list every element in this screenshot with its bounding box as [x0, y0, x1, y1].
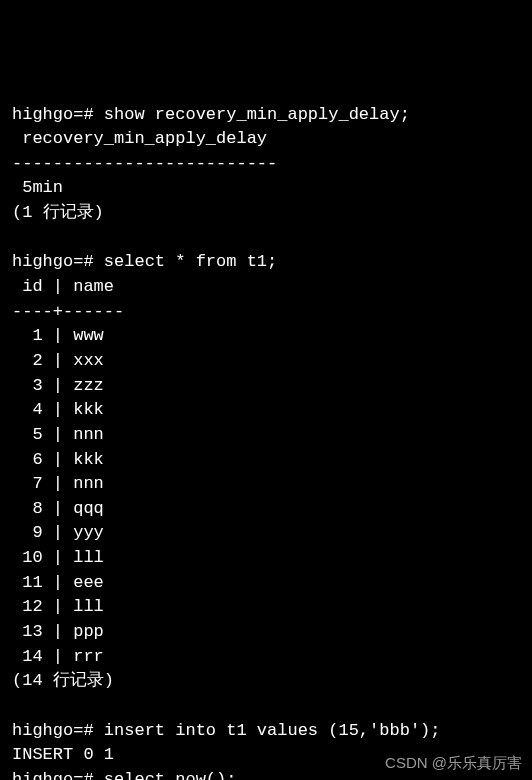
prompt: highgo=# — [12, 770, 94, 780]
result-value-1: 5min — [12, 178, 63, 197]
result-header-1: recovery_min_apply_delay — [12, 129, 267, 148]
table-row: 10 | lll — [12, 548, 104, 567]
table-row: 7 | nnn — [12, 474, 104, 493]
table-row: 1 | www — [12, 326, 104, 345]
table-row: 5 | nnn — [12, 425, 104, 444]
prompt: highgo=# — [12, 721, 94, 740]
table-separator: ----+------ — [12, 302, 124, 321]
result-3: INSERT 0 1 — [12, 745, 114, 764]
terminal-output: highgo=# show recovery_min_apply_delay; … — [2, 103, 530, 780]
prompt: highgo=# — [12, 105, 94, 124]
table-row: 13 | ppp — [12, 622, 104, 641]
prompt: highgo=# — [12, 252, 94, 271]
table-row: 12 | lll — [12, 597, 104, 616]
table-row: 9 | yyy — [12, 523, 104, 542]
command-2: select * from t1; — [104, 252, 277, 271]
table-header: id | name — [12, 277, 114, 296]
table-row: 4 | kkk — [12, 400, 104, 419]
table-row: 14 | rrr — [12, 647, 104, 666]
separator-1: -------------------------- — [12, 154, 277, 173]
result-footer-1: (1 行记录) — [12, 203, 104, 222]
command-4: select now(); — [104, 770, 237, 780]
table-row: 6 | kkk — [12, 450, 104, 469]
table-row: 2 | xxx — [12, 351, 104, 370]
command-3: insert into t1 values (15,'bbb'); — [104, 721, 441, 740]
table-row: 8 | qqq — [12, 499, 104, 518]
result-footer-2: (14 行记录) — [12, 671, 114, 690]
command-1: show recovery_min_apply_delay; — [104, 105, 410, 124]
watermark: CSDN @乐乐真厉害 — [385, 752, 522, 774]
table-row: 3 | zzz — [12, 376, 104, 395]
table-row: 11 | eee — [12, 573, 104, 592]
